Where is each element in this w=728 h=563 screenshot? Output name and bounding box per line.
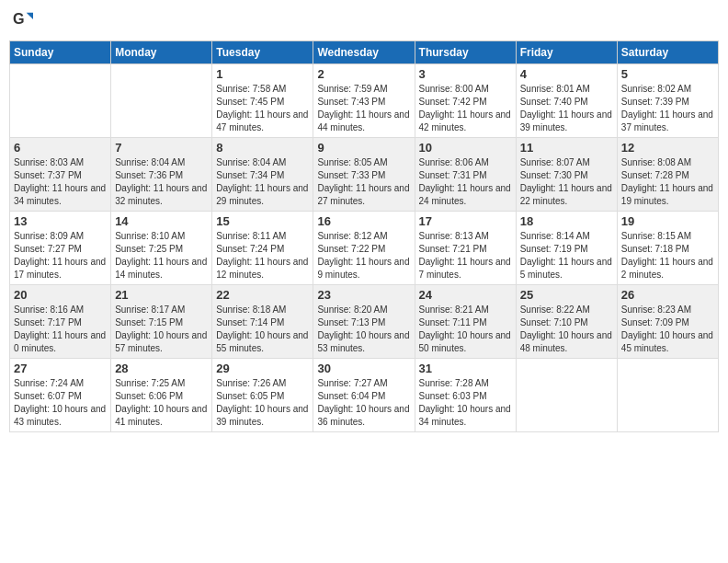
day-detail: Sunrise: 8:20 AMSunset: 7:13 PMDaylight:…	[317, 304, 410, 355]
calendar-cell: 5Sunrise: 8:02 AMSunset: 7:39 PMDaylight…	[617, 64, 718, 138]
day-detail: Sunrise: 8:13 AMSunset: 7:21 PMDaylight:…	[419, 230, 512, 282]
calendar-cell: 15Sunrise: 8:11 AMSunset: 7:24 PMDayligh…	[212, 212, 313, 285]
calendar-cell: 7Sunrise: 8:04 AMSunset: 7:36 PMDaylight…	[111, 138, 212, 212]
calendar-cell	[111, 64, 212, 138]
day-detail: Sunrise: 8:17 AMSunset: 7:15 PMDaylight:…	[115, 304, 208, 355]
calendar-cell: 1Sunrise: 7:58 AMSunset: 7:45 PMDaylight…	[212, 64, 313, 138]
calendar-cell: 10Sunrise: 8:06 AMSunset: 7:31 PMDayligh…	[415, 138, 516, 212]
calendar-cell: 24Sunrise: 8:21 AMSunset: 7:11 PMDayligh…	[415, 285, 516, 359]
day-detail: Sunrise: 8:09 AMSunset: 7:27 PMDaylight:…	[14, 230, 107, 282]
day-number: 26	[621, 288, 714, 302]
day-detail: Sunrise: 8:07 AMSunset: 7:30 PMDaylight:…	[520, 156, 613, 208]
calendar-header-row: Sunday Monday Tuesday Wednesday Thursday…	[10, 41, 719, 64]
day-detail: Sunrise: 8:23 AMSunset: 7:09 PMDaylight:…	[621, 304, 714, 355]
day-number: 14	[115, 214, 208, 228]
day-detail: Sunrise: 8:16 AMSunset: 7:17 PMDaylight:…	[14, 304, 107, 355]
calendar-cell: 29Sunrise: 7:26 AMSunset: 6:05 PMDayligh…	[212, 359, 313, 432]
calendar-cell: 8Sunrise: 8:04 AMSunset: 7:34 PMDaylight…	[212, 138, 313, 212]
calendar-cell: 20Sunrise: 8:16 AMSunset: 7:17 PMDayligh…	[10, 285, 111, 359]
day-number: 20	[14, 288, 107, 302]
day-number: 9	[317, 141, 410, 155]
day-detail: Sunrise: 8:02 AMSunset: 7:39 PMDaylight:…	[621, 83, 714, 134]
calendar-cell: 13Sunrise: 8:09 AMSunset: 7:27 PMDayligh…	[10, 212, 111, 285]
day-number: 6	[14, 141, 107, 155]
day-number: 18	[520, 214, 613, 228]
day-number: 23	[317, 288, 410, 302]
day-detail: Sunrise: 8:11 AMSunset: 7:24 PMDaylight:…	[216, 230, 309, 282]
day-detail: Sunrise: 7:58 AMSunset: 7:45 PMDaylight:…	[216, 83, 309, 134]
calendar-cell: 11Sunrise: 8:07 AMSunset: 7:30 PMDayligh…	[516, 138, 617, 212]
day-number: 5	[621, 67, 714, 81]
day-number: 19	[621, 214, 714, 228]
day-number: 24	[419, 288, 512, 302]
calendar-cell: 26Sunrise: 8:23 AMSunset: 7:09 PMDayligh…	[617, 285, 718, 359]
col-thursday: Thursday	[415, 41, 516, 64]
calendar-table: Sunday Monday Tuesday Wednesday Thursday…	[9, 40, 719, 432]
day-detail: Sunrise: 8:21 AMSunset: 7:11 PMDaylight:…	[419, 304, 512, 355]
calendar-cell: 25Sunrise: 8:22 AMSunset: 7:10 PMDayligh…	[516, 285, 617, 359]
day-detail: Sunrise: 8:22 AMSunset: 7:10 PMDaylight:…	[520, 304, 613, 355]
calendar-cell	[617, 359, 718, 432]
calendar-cell: 2Sunrise: 7:59 AMSunset: 7:43 PMDaylight…	[313, 64, 415, 138]
calendar-cell: 30Sunrise: 7:27 AMSunset: 6:04 PMDayligh…	[313, 359, 415, 432]
calendar-cell	[516, 359, 617, 432]
day-number: 3	[419, 67, 512, 81]
day-number: 17	[419, 214, 512, 228]
calendar-cell: 17Sunrise: 8:13 AMSunset: 7:21 PMDayligh…	[415, 212, 516, 285]
logo: G	[13, 9, 35, 33]
day-detail: Sunrise: 8:14 AMSunset: 7:19 PMDaylight:…	[520, 230, 613, 282]
day-number: 12	[621, 141, 714, 155]
day-detail: Sunrise: 7:28 AMSunset: 6:03 PMDaylight:…	[419, 377, 512, 429]
day-number: 16	[317, 214, 410, 228]
calendar-cell: 27Sunrise: 7:24 AMSunset: 6:07 PMDayligh…	[10, 359, 111, 432]
day-detail: Sunrise: 8:04 AMSunset: 7:34 PMDaylight:…	[216, 156, 309, 208]
svg-text:G: G	[13, 10, 25, 27]
day-number: 2	[317, 67, 410, 81]
day-detail: Sunrise: 8:04 AMSunset: 7:36 PMDaylight:…	[115, 156, 208, 208]
calendar-week-row: 20Sunrise: 8:16 AMSunset: 7:17 PMDayligh…	[10, 285, 719, 359]
day-number: 28	[115, 362, 208, 375]
calendar-cell: 18Sunrise: 8:14 AMSunset: 7:19 PMDayligh…	[516, 212, 617, 285]
day-number: 4	[520, 67, 613, 81]
col-tuesday: Tuesday	[212, 41, 313, 64]
day-detail: Sunrise: 8:05 AMSunset: 7:33 PMDaylight:…	[317, 156, 410, 208]
calendar-cell: 9Sunrise: 8:05 AMSunset: 7:33 PMDaylight…	[313, 138, 415, 212]
calendar-week-row: 6Sunrise: 8:03 AMSunset: 7:37 PMDaylight…	[10, 138, 719, 212]
day-detail: Sunrise: 8:00 AMSunset: 7:42 PMDaylight:…	[419, 83, 512, 134]
day-number: 30	[317, 362, 410, 375]
day-number: 11	[520, 141, 613, 155]
calendar-cell: 14Sunrise: 8:10 AMSunset: 7:25 PMDayligh…	[111, 212, 212, 285]
calendar-cell: 12Sunrise: 8:08 AMSunset: 7:28 PMDayligh…	[617, 138, 718, 212]
calendar-cell: 23Sunrise: 8:20 AMSunset: 7:13 PMDayligh…	[313, 285, 415, 359]
day-detail: Sunrise: 8:15 AMSunset: 7:18 PMDaylight:…	[621, 230, 714, 282]
page-header: G	[9, 9, 719, 33]
day-number: 29	[216, 362, 309, 375]
calendar-cell: 3Sunrise: 8:00 AMSunset: 7:42 PMDaylight…	[415, 64, 516, 138]
col-sunday: Sunday	[10, 41, 111, 64]
calendar-cell	[10, 64, 111, 138]
calendar-cell: 6Sunrise: 8:03 AMSunset: 7:37 PMDaylight…	[10, 138, 111, 212]
day-number: 27	[14, 362, 107, 375]
day-number: 21	[115, 288, 208, 302]
day-number: 22	[216, 288, 309, 302]
day-number: 13	[14, 214, 107, 228]
calendar-cell: 21Sunrise: 8:17 AMSunset: 7:15 PMDayligh…	[111, 285, 212, 359]
day-detail: Sunrise: 8:08 AMSunset: 7:28 PMDaylight:…	[621, 156, 714, 208]
day-detail: Sunrise: 7:26 AMSunset: 6:05 PMDaylight:…	[216, 377, 309, 429]
day-number: 1	[216, 67, 309, 81]
calendar-cell: 31Sunrise: 7:28 AMSunset: 6:03 PMDayligh…	[415, 359, 516, 432]
day-detail: Sunrise: 8:06 AMSunset: 7:31 PMDaylight:…	[419, 156, 512, 208]
day-number: 31	[419, 362, 512, 375]
logo-icon: G	[13, 9, 33, 33]
day-detail: Sunrise: 7:24 AMSunset: 6:07 PMDaylight:…	[14, 377, 107, 429]
calendar-cell: 19Sunrise: 8:15 AMSunset: 7:18 PMDayligh…	[617, 212, 718, 285]
svg-marker-1	[27, 13, 33, 19]
day-detail: Sunrise: 8:12 AMSunset: 7:22 PMDaylight:…	[317, 230, 410, 282]
day-detail: Sunrise: 8:03 AMSunset: 7:37 PMDaylight:…	[14, 156, 107, 208]
calendar-week-row: 27Sunrise: 7:24 AMSunset: 6:07 PMDayligh…	[10, 359, 719, 432]
day-number: 7	[115, 141, 208, 155]
day-number: 15	[216, 214, 309, 228]
calendar-cell: 22Sunrise: 8:18 AMSunset: 7:14 PMDayligh…	[212, 285, 313, 359]
day-number: 8	[216, 141, 309, 155]
calendar-cell: 16Sunrise: 8:12 AMSunset: 7:22 PMDayligh…	[313, 212, 415, 285]
